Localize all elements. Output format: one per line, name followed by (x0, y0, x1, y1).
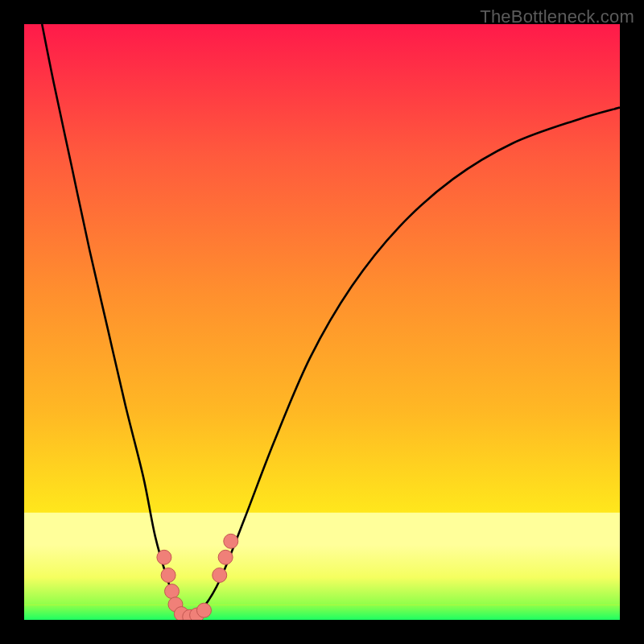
chart-svg (24, 24, 620, 620)
curve-marker (196, 603, 211, 617)
curve-marker (161, 568, 175, 583)
curve-marker (213, 568, 227, 583)
curve-markers (157, 534, 238, 620)
curve-marker (165, 584, 180, 598)
curve-marker (218, 550, 233, 564)
bottleneck-curve (42, 24, 620, 617)
curve-marker (224, 534, 238, 548)
outer-frame: TheBottleneck.com (0, 0, 644, 644)
plot-area (24, 24, 620, 620)
curve-marker (157, 550, 171, 564)
watermark-text: TheBottleneck.com (480, 6, 634, 27)
